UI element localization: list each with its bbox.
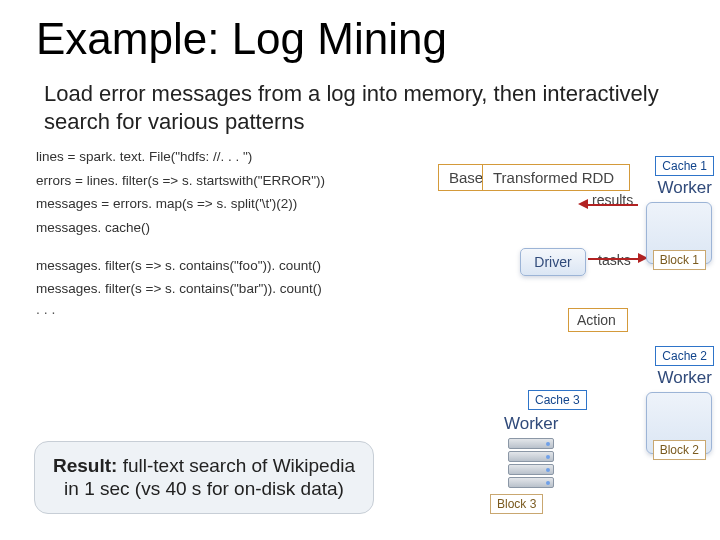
label-tasks: tasks xyxy=(598,252,631,268)
callout-action: Action xyxy=(568,308,628,332)
page-title: Example: Log Mining xyxy=(0,0,720,64)
driver-box: Driver xyxy=(520,248,586,276)
callout-base-rdd: Base xyxy=(438,164,486,191)
result-box: Result: full-text search of Wikipedia in… xyxy=(34,441,374,515)
cache-2-label: Cache 2 xyxy=(655,346,714,366)
worker-3-label: Worker xyxy=(504,414,558,434)
block-3-label: Block 3 xyxy=(490,494,543,514)
cache-3-label: Cache 3 xyxy=(528,390,587,410)
subtitle: Load error messages from a log into memo… xyxy=(0,64,720,145)
diagram: Base Transformed RDD results tasks Drive… xyxy=(420,162,720,532)
worker-2-label: Worker xyxy=(658,368,712,388)
cache-1-label: Cache 1 xyxy=(655,156,714,176)
block-2-label: Block 2 xyxy=(653,440,706,460)
worker-1-label: Worker xyxy=(658,178,712,198)
result-prefix: Result: xyxy=(53,455,117,476)
block-1-label: Block 1 xyxy=(653,250,706,270)
worker-3-server-icon xyxy=(508,438,554,490)
callout-transformed-rdd: Transformed RDD xyxy=(482,164,630,191)
